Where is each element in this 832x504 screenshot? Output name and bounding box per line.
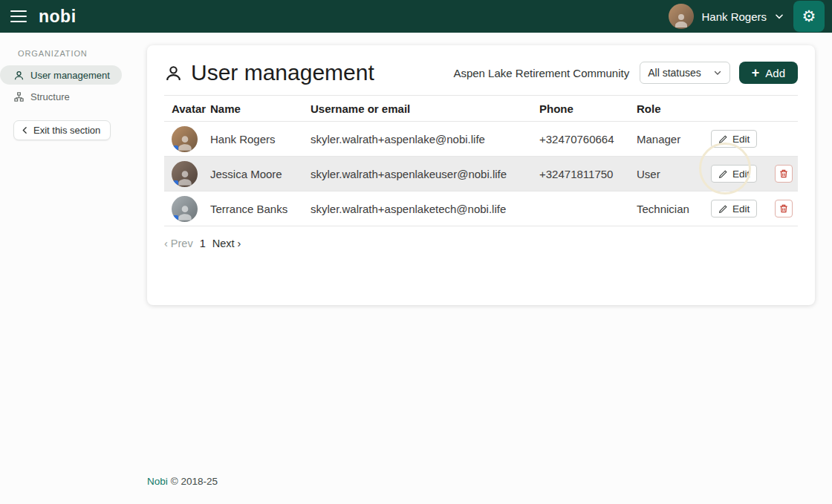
edit-button[interactable]: Edit [711, 130, 757, 148]
row-actions: Edit [711, 130, 798, 148]
pencil-icon [718, 134, 728, 144]
edit-button-label: Edit [732, 168, 750, 180]
column-header-name: Name [210, 102, 311, 115]
user-name-label: Hank Rogers [701, 10, 767, 23]
footer-brand-link[interactable]: Nobi [147, 476, 168, 487]
cell-name: Jessica Moore [210, 168, 311, 180]
settings-button[interactable]: ⚙ [793, 1, 825, 32]
cell-role: Manager [637, 133, 711, 145]
user-table: Avatar Name Username or email Phone Role… [164, 95, 798, 226]
pencil-icon [718, 204, 728, 214]
pagination: ‹ Prev 1 Next › [164, 238, 798, 249]
add-user-button[interactable]: + Add [739, 62, 798, 84]
avatar [172, 161, 198, 187]
column-header-avatar: Avatar [164, 102, 210, 115]
pagination-prev[interactable]: ‹ Prev [164, 238, 193, 249]
avatar-badge [173, 145, 178, 151]
footer: Nobi© 2018-25 [147, 476, 218, 487]
cell-role: Technician [637, 203, 711, 215]
delete-button[interactable] [775, 200, 793, 217]
person-silhouette-icon [672, 11, 690, 29]
pencil-icon [718, 169, 728, 179]
user-avatar [669, 4, 694, 29]
edit-button-label: Edit [732, 134, 750, 145]
column-header-role: Role [637, 102, 711, 115]
person-icon [13, 70, 25, 81]
chevron-down-icon [774, 11, 784, 22]
sidebar-item-structure[interactable]: Structure [0, 87, 122, 106]
cell-email: skyler.walrath+aspenlaketech@nobi.life [311, 203, 539, 215]
cell-role: User [637, 168, 711, 180]
sidebar: ORGANIZATION User management Structure E… [0, 33, 135, 140]
edit-button[interactable]: Edit [711, 200, 757, 217]
organization-name: Aspen Lake Retirement Community [453, 67, 629, 79]
card-header: User management Aspen Lake Retirement Co… [164, 60, 798, 85]
cell-phone: +32470760664 [539, 133, 637, 145]
exit-section-button[interactable]: Exit this section [13, 120, 111, 140]
avatar [172, 196, 198, 222]
gear-icon: ⚙ [802, 9, 816, 24]
row-actions: Edit [711, 200, 798, 217]
column-header-email: Username or email [311, 102, 539, 115]
table-row: Jessica Moore skyler.walrath+aspenlakeus… [164, 157, 798, 192]
pagination-next[interactable]: Next › [212, 238, 241, 249]
table-header-row: Avatar Name Username or email Phone Role [164, 95, 798, 122]
sidebar-section-label: ORGANIZATION [18, 49, 135, 58]
avatar-badge [173, 215, 178, 220]
trash-icon [779, 203, 789, 214]
page-title-wrap: User management [164, 60, 374, 85]
edit-button[interactable]: Edit [711, 165, 757, 183]
delete-button[interactable] [775, 165, 793, 183]
plus-icon: + [752, 66, 760, 79]
structure-icon [13, 91, 25, 102]
header-actions: Aspen Lake Retirement Community All stat… [453, 62, 798, 84]
app-logo[interactable]: nobi [39, 0, 77, 33]
status-filter-dropdown[interactable]: All statuses [640, 62, 730, 84]
sidebar-item-user-management[interactable]: User management [0, 65, 122, 85]
person-icon [164, 64, 183, 82]
user-management-card: User management Aspen Lake Retirement Co… [147, 45, 815, 305]
add-button-label: Add [765, 67, 785, 79]
chevron-left-icon [20, 125, 30, 135]
chevron-down-icon [713, 68, 722, 77]
column-header-phone: Phone [539, 102, 637, 115]
sidebar-item-label: Structure [30, 91, 70, 102]
footer-copyright: © 2018-25 [171, 476, 218, 487]
topbar: nobi Hank Rogers ⚙ [0, 0, 832, 33]
trash-icon [779, 168, 789, 179]
menu-hamburger-icon[interactable] [10, 10, 27, 22]
cell-email: skyler.walrath+aspenlakeuser@nobi.life [311, 168, 539, 180]
page-title: User management [191, 60, 374, 85]
user-menu[interactable]: Hank Rogers [669, 4, 784, 29]
cell-name: Hank Rogers [210, 133, 311, 145]
avatar-badge [173, 180, 178, 186]
avatar [172, 126, 198, 152]
row-actions: Edit [711, 165, 798, 183]
cell-name: Terrance Banks [210, 203, 311, 215]
sidebar-item-label: User management [30, 70, 110, 81]
table-row: Terrance Banks skyler.walrath+aspenlaket… [164, 192, 798, 226]
edit-button-label: Edit [732, 203, 750, 215]
pagination-page-1[interactable]: 1 [200, 238, 206, 249]
status-filter-value: All statuses [648, 67, 701, 79]
table-row: Hank Rogers skyler.walrath+aspenlake@nob… [164, 122, 798, 157]
cell-phone: +32471811750 [539, 168, 637, 180]
exit-section-label: Exit this section [33, 125, 100, 136]
cell-email: skyler.walrath+aspenlake@nobi.life [311, 133, 539, 145]
